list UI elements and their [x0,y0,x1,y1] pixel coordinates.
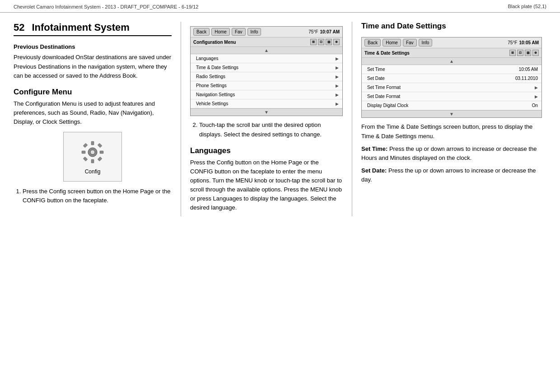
time-date-titlebar: Time & Date Settings ⊞ ⊡ ▤ ⊕ [362,48,541,58]
set-time-term: Set Time: [361,145,387,152]
set-time-body: Press the up or down arrows to increase … [361,145,537,161]
languages-heading: Languages [190,146,343,155]
time-date-heading: Time and Date Settings [361,22,542,31]
config-temp: 75°F [308,29,318,34]
td-menu-item-displayclock[interactable]: Display Digital ClockOn [362,101,541,110]
step-1: Press the Config screen button on the Ho… [23,187,172,205]
td-scroll-down[interactable]: ▼ [362,110,541,117]
page-header: Chevrolet Camaro Infotainment System - 2… [0,0,560,13]
config-icon-1: ⊞ [310,39,317,45]
config-icon-3: ▤ [326,39,332,45]
td-menu-item-settime[interactable]: Set Time10:05 AM [362,65,541,74]
main-content: 52 Infotainment System Previous Destinat… [0,13,560,225]
config-menu-item-nav[interactable]: Navigation Settings▶ [191,90,342,99]
svg-point-1 [90,150,95,154]
config-scroll-up[interactable]: ▲ [191,47,342,54]
td-scroll-up[interactable]: ▲ [362,58,541,65]
config-fav-btn[interactable]: Fav [232,28,246,36]
td-back-btn[interactable]: Back [364,39,381,47]
config-ui-box: Back Home Fav Info 75°F 10:07 AM Configu… [190,26,343,116]
svg-rect-7 [98,143,102,148]
td-temp: 75°F [508,40,517,45]
set-date-term: Set Date: [361,167,387,174]
config-image: Config [63,132,122,182]
config-ui-title: Configuration Menu [193,40,236,45]
config-label: Config [85,168,101,175]
step-2: Touch-tap the scroll bar until the desir… [199,121,343,139]
td-menu-item-dateformat[interactable]: Set Date Format▶ [362,92,541,101]
set-date-paragraph: Set Date: Press the up or down arrows to… [361,166,542,184]
svg-rect-8 [83,157,88,161]
page-title: Infotainment System [32,22,129,33]
time-date-topbar: Back Home Fav Info 75°F 10:05 AM [362,37,541,48]
header-left: Chevrolet Camaro Infotainment System - 2… [14,4,198,10]
td-icon-2: ⊡ [517,50,523,56]
config-home-btn[interactable]: Home [211,28,230,36]
config-scroll-down[interactable]: ▼ [191,108,342,116]
config-ui-titlebar: Configuration Menu ⊞ ⊡ ▤ ⊕ [191,37,342,47]
td-icon-4: ⊕ [532,50,539,56]
svg-rect-3 [91,159,94,163]
prev-dest-heading: Previous Destinations [14,43,172,50]
middle-column: Back Home Fav Info 75°F 10:07 AM Configu… [181,22,352,216]
td-ui-icons: ⊞ ⊡ ▤ ⊕ [509,50,539,56]
config-menu-body: ▲ Languages▶ Time & Date Settings▶ Radio… [191,47,342,116]
config-menu-item-radio[interactable]: Radio Settings▶ [191,72,342,81]
svg-rect-5 [100,151,103,154]
steps-list: Press the Config screen button on the Ho… [14,187,172,205]
td-home-btn[interactable]: Home [383,39,401,47]
config-back-btn[interactable]: Back [193,28,210,36]
left-column: 52 Infotainment System Previous Destinat… [14,22,181,216]
td-menu-item-timeformat[interactable]: Set Time Format▶ [362,83,541,92]
config-icon-2: ⊡ [318,39,324,45]
header-right-text: Black plate (52,1) [508,4,546,9]
td-info-btn[interactable]: Info [419,39,433,47]
config-menu-item-vehicle[interactable]: Vehicle Settings▶ [191,99,342,108]
td-time: 10:05 AM [519,40,539,45]
td-menu-item-setdate[interactable]: Set Date03.11.2010 [362,74,541,83]
config-menu-item-timedate[interactable]: Time & Date Settings▶ [191,63,342,72]
config-menu-item-languages[interactable]: Languages▶ [191,54,342,63]
td-fav-btn[interactable]: Fav [403,39,417,47]
config-info-btn[interactable]: Info [247,28,261,36]
page-title-row: 52 Infotainment System [14,22,172,36]
time-date-menu-body: ▲ Set Time10:05 AM Set Date03.11.2010 Se… [362,58,541,117]
gear-icon [79,139,106,166]
svg-rect-2 [91,141,94,145]
svg-rect-9 [98,157,102,161]
header-left-text: Chevrolet Camaro Infotainment System - 2… [14,4,198,9]
td-icon-1: ⊞ [509,50,516,56]
config-menu-item-phone[interactable]: Phone Settings▶ [191,81,342,90]
config-menu-heading: Configure Menu [14,88,172,97]
td-icon-3: ▤ [525,50,531,56]
svg-rect-6 [83,143,88,148]
config-icon-4: ⊕ [333,39,340,45]
right-column: Time and Date Settings Back Home Fav Inf… [352,22,542,216]
set-date-body: Press the up or down arrows to increase … [361,167,536,183]
td-intro-text: From the Time & Date Settings screen but… [361,122,542,140]
config-ui-topbar: Back Home Fav Info 75°F 10:07 AM [191,27,342,37]
set-time-paragraph: Set Time: Press the up or down arrows to… [361,145,542,163]
config-menu-text: The Configuration Menu is used to adjust… [14,99,172,126]
config-ui-icons: ⊞ ⊡ ▤ ⊕ [310,39,340,45]
middle-steps-list: Touch-tap the scroll bar until the desir… [190,121,343,139]
time-date-ui-box: Back Home Fav Info 75°F 10:05 AM Time & … [361,37,542,118]
time-date-ui-title: Time & Date Settings [364,51,410,56]
header-right: Black plate (52,1) [508,4,546,9]
config-time: 10:07 AM [320,29,340,34]
page-number: 52 [14,22,24,33]
svg-rect-4 [82,151,85,154]
prev-dest-text: Previously downloaded OnStar destination… [14,53,172,80]
languages-text: Press the Config button on the Home Page… [190,158,343,213]
